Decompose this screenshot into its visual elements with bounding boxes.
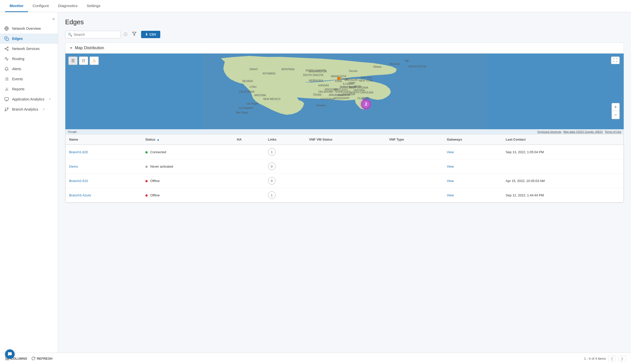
col-last-contact[interactable]: Last Contact — [502, 135, 623, 145]
svg-text:Houston: Houston — [316, 104, 326, 107]
sidebar-item-edges[interactable]: Edges — [0, 34, 58, 44]
sidebar-label-routing: Routing — [12, 57, 24, 61]
table-row: Branch3-Azure Offline 1 View Sep 12, 202… — [66, 188, 623, 202]
terms-of-use-link[interactable]: Terms of Use — [605, 130, 621, 133]
gateways-view-link-branch1-620[interactable]: View — [447, 150, 454, 154]
filter-button[interactable] — [130, 31, 139, 38]
top-nav: Monitor Configure Diagnostics Settings — [0, 0, 631, 12]
nav-monitor[interactable]: Monitor — [5, 0, 28, 12]
svg-text:Montréal: Montréal — [390, 63, 400, 65]
map-container: United States WASHINGTON MONTANA IDAHO W… — [65, 54, 624, 134]
table-header-row: Name Status ▲ HA Links VNF VM Status — [66, 135, 623, 145]
svg-text:NEVADA: NEVADA — [242, 80, 253, 83]
sidebar-label-alerts: Alerts — [12, 67, 21, 71]
cpu-icon — [4, 36, 9, 41]
col-status[interactable]: Status ▲ — [142, 135, 233, 145]
cell-last-contact-demo — [502, 159, 623, 174]
refresh-button[interactable]: REFRESH — [31, 356, 52, 360]
page-title: Edges — [65, 18, 624, 26]
map-alert-btn[interactable]: ⚠ — [90, 57, 99, 65]
map-zoom-in-btn[interactable]: + — [612, 103, 620, 111]
pagination: 1 - 4 of 4 items ❮ ❯ — [584, 355, 626, 361]
svg-text:New York: New York — [361, 76, 372, 79]
table-wrapper: Name Status ▲ HA Links VNF VM Status — [65, 134, 624, 203]
map-fullscreen-btn[interactable]: ⛶ — [611, 57, 620, 64]
links-badge-branch2-610: 0 — [268, 177, 276, 185]
col-links[interactable]: Links — [265, 135, 306, 145]
cell-links-branch3-azure: 1 — [265, 188, 306, 202]
analytics-icon — [4, 97, 9, 102]
branch-icon — [4, 107, 9, 112]
map-grid-view-btn[interactable]: ☷ — [79, 57, 88, 65]
nav-diagnostics[interactable]: Diagnostics — [54, 0, 82, 12]
sidebar-item-events[interactable]: Events — [0, 74, 58, 84]
nav-configure[interactable]: Configure — [28, 0, 54, 12]
info-button[interactable]: ⓘ — [124, 32, 127, 37]
sidebar-item-application-analytics[interactable]: Application Analytics ↗ — [0, 94, 58, 104]
cell-name-branch1-620: Branch1-620 — [66, 145, 142, 159]
svg-text:OHIO: OHIO — [349, 82, 355, 84]
sidebar-item-alerts[interactable]: Alerts — [0, 64, 58, 74]
svg-text:Los Angeles: Los Angeles — [239, 107, 253, 109]
cell-vnf-type-branch2-610 — [385, 174, 443, 188]
cell-vnf-vm-status-branch1-620 — [306, 145, 386, 159]
cell-gateways-branch1-620: View — [443, 145, 502, 159]
gateways-view-link-branch3-azure[interactable]: View — [447, 193, 454, 197]
sidebar-item-network-services[interactable]: Network Services — [0, 44, 58, 54]
gateways-view-link-demo[interactable]: View — [447, 165, 454, 168]
map-zoom-out-btn[interactable]: − — [612, 111, 620, 119]
next-page-btn[interactable]: ❯ — [618, 355, 626, 361]
sidebar-collapse-btn[interactable]: « — [52, 16, 55, 21]
svg-line-7 — [6, 48, 7, 48]
gateways-view-link-branch2-610[interactable]: View — [447, 179, 454, 183]
edge-link-branch1-620[interactable]: Branch1-620 — [69, 150, 88, 154]
col-ha[interactable]: HA — [233, 135, 265, 145]
cell-name-branch3-azure: Branch3-Azure — [66, 188, 142, 202]
main-layout: « Network Overview Edges Network Service… — [0, 12, 631, 353]
table-row: Branch1-620 Connected 1 View Sep 13, 202… — [66, 145, 623, 159]
sort-asc-icon: ▲ — [156, 138, 160, 141]
nav-settings[interactable]: Settings — [82, 0, 105, 12]
svg-text:NOVA SCOTIA: NOVA SCOTIA — [409, 65, 426, 68]
table-row: Branch2-610 Offline 0 View Apr 15, 2022,… — [66, 174, 623, 188]
edge-link-branch3-azure[interactable]: Branch3-Azure — [69, 193, 91, 197]
edge-link-branch2-610[interactable]: Branch2-610 — [69, 179, 88, 183]
status-text-branch1-620: Connected — [150, 150, 166, 154]
svg-text:MONTANA: MONTANA — [282, 68, 295, 71]
keyboard-shortcuts-link[interactable]: Keyboard shortcuts — [537, 130, 561, 133]
col-vnf-vm-status[interactable]: VNF VM Status — [306, 135, 386, 145]
sidebar-item-network-overview[interactable]: Network Overview — [0, 23, 58, 34]
col-gateways[interactable]: Gateways — [443, 135, 502, 145]
cell-status-branch1-620: Connected — [142, 145, 233, 159]
svg-text:MISSISSIPPI: MISSISSIPPI — [334, 97, 350, 100]
cell-vnf-type-branch1-620 — [385, 145, 443, 159]
svg-text:LOUISIANA: LOUISIANA — [320, 98, 334, 100]
col-name[interactable]: Name — [66, 135, 142, 145]
search-input[interactable] — [74, 33, 118, 37]
links-badge-demo: 0 — [268, 163, 276, 170]
cell-name-demo: Demo — [66, 159, 142, 174]
map-svg: United States WASHINGTON MONTANA IDAHO W… — [65, 54, 624, 134]
prev-page-btn[interactable]: ❮ — [608, 355, 616, 361]
col-vnf-type[interactable]: VNF Type — [385, 135, 443, 145]
svg-text:ARIZONA: ARIZONA — [254, 94, 266, 97]
map-list-view-btn[interactable]: ☰ — [68, 57, 77, 65]
links-badge-branch1-620: 1 — [268, 148, 276, 156]
sidebar-item-reports[interactable]: Reports — [0, 84, 58, 94]
refresh-icon — [31, 356, 35, 360]
cell-ha-demo — [233, 159, 265, 174]
search-icon: 🔍 — [68, 33, 72, 37]
cell-last-contact-branch3-azure: Sep 12, 2022, 1:44:44 PM — [502, 188, 623, 202]
svg-marker-23 — [133, 32, 136, 36]
chat-bubble[interactable] — [5, 349, 15, 359]
map-footer-links: Keyboard shortcuts Map data ©2022 Google… — [537, 130, 621, 133]
links-badge-branch3-azure: 1 — [268, 191, 276, 199]
map-section: ▼ Map Distribution — [65, 42, 624, 203]
sidebar-item-routing[interactable]: Routing — [0, 54, 58, 64]
csv-button[interactable]: ⬇ CSV — [141, 31, 160, 38]
map-header: ▼ Map Distribution — [65, 43, 624, 54]
map-toggle-icon[interactable]: ▼ — [69, 46, 73, 50]
sidebar-item-branch-analytics[interactable]: Branch Analytics ↗ — [0, 104, 58, 114]
edge-link-demo[interactable]: Demo — [69, 165, 78, 168]
svg-text:Toronto: Toronto — [349, 70, 358, 72]
